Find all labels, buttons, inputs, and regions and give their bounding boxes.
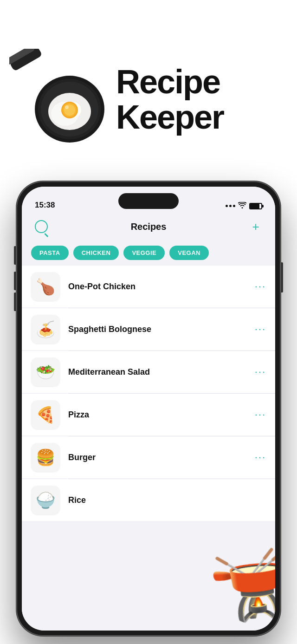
category-vegan[interactable]: VEGAN: [169, 246, 209, 260]
category-veggie[interactable]: VEGGIE: [123, 246, 165, 260]
hero-section: Recipe Keeper: [0, 0, 297, 186]
category-filter-bar: PASTA CHICKEN VEGGIE VEGAN: [22, 240, 275, 266]
recipe-name: Mediterranean Salad: [68, 367, 255, 377]
list-item[interactable]: 🍔 Burger ···: [22, 436, 275, 478]
wifi-icon: [238, 202, 246, 210]
more-options-icon[interactable]: ···: [255, 411, 266, 417]
recipe-name: Rice: [68, 495, 266, 505]
list-item[interactable]: 🍝 Spaghetti Bolognese ···: [22, 308, 275, 350]
phone-screen: 15:38: [22, 187, 275, 631]
phone-mockup: 15:38: [16, 181, 281, 636]
list-item[interactable]: 🍕 Pizza ···: [22, 394, 275, 436]
list-item[interactable]: 🍚 Rice: [22, 479, 275, 521]
list-item[interactable]: 🥗 Mediterranean Salad ···: [22, 351, 275, 393]
search-icon: [35, 220, 48, 233]
recipe-icon: 🍝: [31, 315, 60, 344]
category-pasta[interactable]: PASTA: [31, 246, 69, 260]
phone-frame: 15:38: [16, 181, 281, 636]
app-title: Recipe Keeper: [116, 65, 224, 135]
more-options-icon[interactable]: ···: [255, 369, 266, 375]
search-button[interactable]: [33, 218, 50, 235]
svg-point-11: [65, 105, 69, 109]
recipe-icon: 🍔: [31, 443, 60, 472]
battery-icon: [249, 203, 262, 209]
recipe-name: Spaghetti Bolognese: [68, 325, 255, 334]
dynamic-island: [118, 193, 179, 209]
recipe-icon: 🍗: [31, 272, 60, 301]
recipe-icon: 🥗: [31, 358, 60, 386]
recipe-name: Burger: [68, 453, 255, 462]
more-options-icon[interactable]: ···: [255, 283, 266, 289]
list-item[interactable]: 🍗 One-Pot Chicken ···: [22, 266, 275, 307]
recipe-icon: 🍚: [31, 486, 60, 514]
recipe-name: One-Pot Chicken: [68, 282, 255, 292]
nav-bar: Recipes +: [22, 214, 275, 240]
add-recipe-button[interactable]: +: [247, 218, 264, 235]
frying-pan-decoration: [9, 49, 111, 151]
status-icons: [226, 202, 262, 210]
recipe-icon: 🍕: [31, 400, 60, 429]
signal-icon: [226, 205, 235, 207]
recipe-name: Pizza: [68, 410, 255, 420]
plus-icon: +: [252, 221, 259, 233]
more-options-icon[interactable]: ···: [255, 326, 266, 332]
category-chicken[interactable]: CHICKEN: [73, 246, 119, 260]
page-title: Recipes: [50, 221, 247, 232]
more-options-icon[interactable]: ···: [255, 454, 266, 460]
recipe-list: 🍗 One-Pot Chicken ··· 🍝 Spaghetti Bologn…: [22, 266, 275, 631]
status-time: 15:38: [35, 201, 55, 210]
